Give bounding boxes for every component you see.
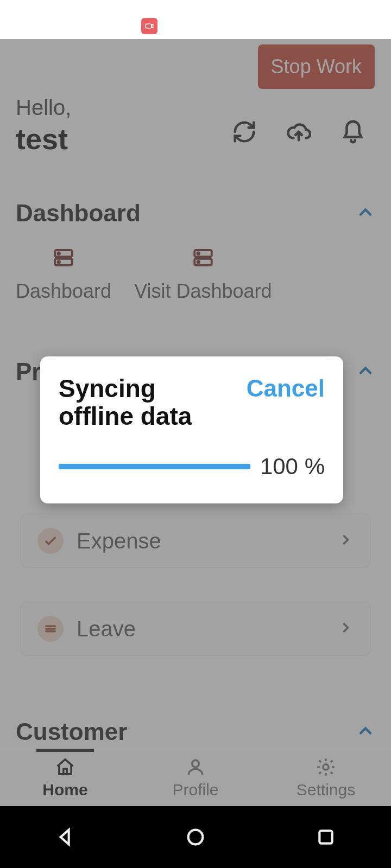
svg-point-11 (188, 830, 203, 845)
status-bar (0, 0, 391, 39)
screen-record-icon (141, 18, 157, 34)
progress-percent-text: 100 % (260, 454, 325, 480)
nav-home-icon[interactable] (185, 826, 206, 848)
cancel-button[interactable]: Cancel (247, 375, 325, 402)
nav-recent-icon[interactable] (315, 826, 337, 848)
system-nav-bar (0, 806, 391, 868)
progress-bar (59, 464, 250, 469)
svg-rect-0 (146, 24, 152, 28)
dialog-title: Syncing offline data (59, 375, 232, 430)
nav-back-icon[interactable] (54, 826, 76, 848)
sync-dialog: Syncing offline data Cancel 100 % (40, 356, 343, 503)
svg-rect-12 (319, 831, 332, 843)
